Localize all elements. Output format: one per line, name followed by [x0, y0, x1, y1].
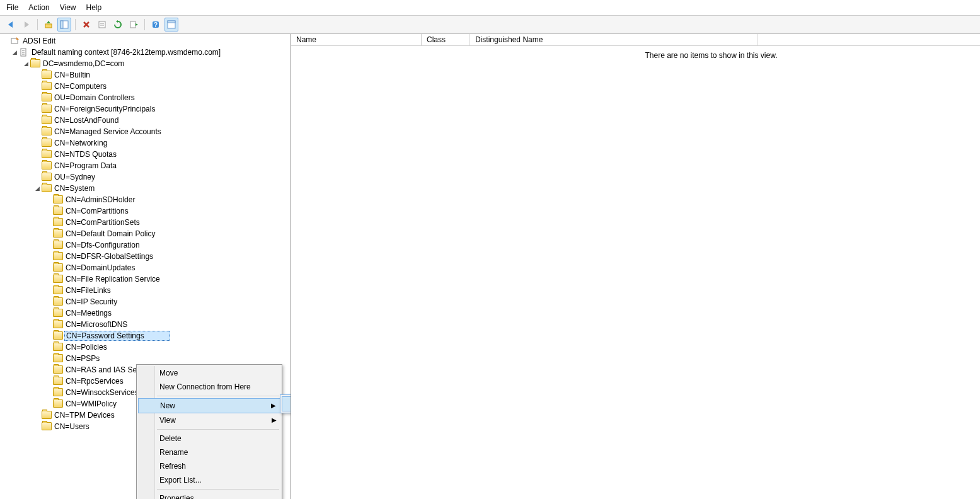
- expand-toggle-icon[interactable]: [34, 95, 40, 101]
- context-menu-item[interactable]: Export List...: [138, 473, 280, 487]
- context-menu: MoveNew Connection from HereNew▶View▶Del…: [136, 364, 282, 499]
- context-menu-item[interactable]: Move: [138, 366, 280, 380]
- context-menu-item[interactable]: New▶: [138, 398, 280, 413]
- properties-icon[interactable]: [95, 18, 109, 32]
- expand-toggle-icon[interactable]: [34, 106, 40, 112]
- tree-item[interactable]: CN=Managed Service Accounts: [0, 126, 291, 137]
- column-header-class[interactable]: Class: [422, 34, 470, 45]
- expand-toggle-icon[interactable]: [34, 83, 40, 89]
- tree-item[interactable]: CN=NTDS Quotas: [0, 149, 291, 160]
- submenu-item-object[interactable]: Object...: [282, 396, 291, 411]
- expand-toggle-icon[interactable]: [45, 219, 52, 226]
- context-menu-item[interactable]: View▶: [138, 413, 280, 427]
- column-header-name[interactable]: Name: [291, 34, 422, 45]
- tree-pane[interactable]: ADSI Edit ◢ Default naming context [8746…: [0, 34, 291, 499]
- expand-toggle-icon[interactable]: [45, 344, 52, 350]
- expand-toggle-icon[interactable]: [45, 378, 52, 384]
- tree-item-label: CN=DFSR-GlobalSettings: [66, 252, 153, 261]
- tree-dc[interactable]: ◢ DC=wsmdemo,DC=com: [0, 58, 291, 69]
- context-menu-item-label: Delete: [159, 434, 182, 443]
- tree-naming-context[interactable]: ◢ Default naming context [8746-2k12temp.…: [0, 47, 291, 58]
- tree-item[interactable]: CN=IP Security: [0, 296, 291, 307]
- refresh-icon[interactable]: [111, 18, 125, 32]
- show-hide-pane-icon[interactable]: [164, 18, 178, 32]
- expand-toggle-icon[interactable]: [45, 321, 52, 328]
- delete-icon[interactable]: [79, 18, 93, 32]
- expand-toggle-icon[interactable]: ◢: [34, 185, 40, 192]
- tree-item[interactable]: OU=Domain Controllers: [0, 92, 291, 103]
- expand-toggle-icon[interactable]: [34, 423, 40, 430]
- tree-item-label: CN=Builtin: [54, 71, 90, 79]
- menu-file[interactable]: File: [6, 3, 18, 12]
- help-icon[interactable]: ?: [149, 18, 163, 32]
- tree-item[interactable]: CN=Policies: [0, 341, 291, 353]
- tree-item[interactable]: CN=DomainUpdates: [0, 262, 291, 273]
- context-menu-item-label: Move: [159, 369, 178, 377]
- expand-toggle-icon[interactable]: [45, 208, 52, 214]
- tree-item[interactable]: CN=Computers: [0, 81, 291, 92]
- expand-toggle-icon[interactable]: [45, 333, 52, 339]
- show-pane-icon[interactable]: [57, 18, 71, 32]
- expand-toggle-icon[interactable]: [45, 389, 52, 396]
- menu-help[interactable]: Help: [86, 3, 102, 12]
- expand-toggle-icon[interactable]: [45, 299, 52, 305]
- expand-toggle-icon[interactable]: [45, 355, 52, 362]
- tree-item[interactable]: CN=LostAndFound: [0, 115, 291, 126]
- expand-toggle-icon[interactable]: [34, 174, 40, 180]
- expand-toggle-icon[interactable]: [34, 117, 40, 123]
- tree-item[interactable]: CN=Meetings: [0, 307, 291, 319]
- expand-toggle-icon[interactable]: [45, 265, 52, 271]
- tree-item[interactable]: CN=Dfs-Configuration: [0, 239, 291, 251]
- expand-toggle-icon[interactable]: [45, 242, 52, 248]
- expand-toggle-icon[interactable]: [45, 231, 52, 237]
- export-list-icon[interactable]: [127, 18, 141, 32]
- nav-back-icon[interactable]: [4, 18, 18, 32]
- context-menu-item[interactable]: New Connection from Here: [138, 380, 280, 394]
- tree-item[interactable]: CN=Networking: [0, 137, 291, 149]
- tree-item[interactable]: CN=ComPartitions: [0, 205, 291, 217]
- context-submenu-new: Object...: [280, 394, 291, 413]
- tree-item[interactable]: CN=File Replication Service: [0, 273, 291, 285]
- context-menu-item[interactable]: Rename: [138, 445, 280, 459]
- expand-toggle-icon[interactable]: [45, 253, 52, 260]
- expand-toggle-icon[interactable]: [45, 287, 52, 294]
- column-header-dn[interactable]: Distinguished Name: [470, 34, 758, 45]
- tree-item[interactable]: CN=FileLinks: [0, 285, 291, 296]
- expand-toggle-icon[interactable]: [45, 276, 52, 282]
- nav-forward-icon[interactable]: [20, 18, 33, 32]
- tree-item[interactable]: CN=DFSR-GlobalSettings: [0, 251, 291, 262]
- tree-item[interactable]: CN=MicrosoftDNS: [0, 319, 291, 330]
- tree-item[interactable]: CN=ForeignSecurityPrincipals: [0, 103, 291, 115]
- tree-item[interactable]: CN=PSPs: [0, 353, 291, 364]
- expand-toggle-icon[interactable]: [45, 197, 52, 203]
- tree-item[interactable]: OU=Sydney: [0, 171, 291, 183]
- expand-toggle-icon[interactable]: [34, 129, 40, 135]
- expand-toggle-icon[interactable]: [45, 367, 52, 373]
- context-menu-item[interactable]: Refresh: [138, 459, 280, 473]
- expand-toggle-icon[interactable]: [45, 310, 52, 316]
- expand-toggle-icon[interactable]: [34, 151, 40, 158]
- expand-toggle-icon[interactable]: ◢: [23, 60, 29, 67]
- tree-item-label: OU=Domain Controllers: [54, 93, 135, 102]
- tree-item[interactable]: CN=AdminSDHolder: [0, 194, 291, 205]
- expand-toggle-icon[interactable]: ◢: [11, 49, 18, 55]
- menu-action[interactable]: Action: [28, 3, 49, 12]
- tree-item[interactable]: CN=Default Domain Policy: [0, 228, 291, 239]
- context-menu-item[interactable]: Properties: [138, 491, 280, 499]
- tree-system[interactable]: ◢ CN=System: [0, 183, 291, 194]
- tree-item[interactable]: CN=ComPartitionSets: [0, 217, 291, 228]
- menu-view[interactable]: View: [60, 3, 76, 12]
- expand-toggle-icon[interactable]: [45, 401, 52, 407]
- expand-toggle-icon[interactable]: [34, 412, 40, 418]
- tree-item[interactable]: CN=Builtin: [0, 69, 291, 81]
- expand-toggle-icon[interactable]: [34, 163, 40, 169]
- expand-toggle-icon[interactable]: [34, 72, 40, 78]
- tree-item-selected[interactable]: CN=Password Settings: [0, 330, 291, 341]
- expand-toggle-icon[interactable]: [34, 140, 40, 146]
- tree-item[interactable]: CN=Program Data: [0, 160, 291, 171]
- tree-dc-label: DC=wsmdemo,DC=com: [43, 59, 124, 68]
- expand-toggle-icon[interactable]: [3, 38, 9, 44]
- up-folder-icon[interactable]: [42, 18, 55, 32]
- tree-root[interactable]: ADSI Edit: [0, 35, 291, 47]
- context-menu-item[interactable]: Delete: [138, 432, 280, 445]
